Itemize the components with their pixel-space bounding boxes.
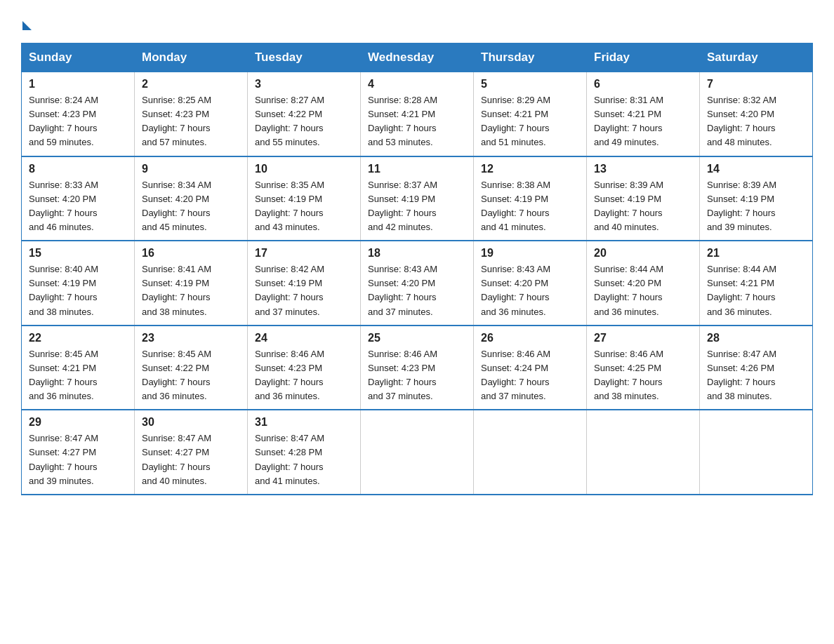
calendar-cell: 12Sunrise: 8:38 AMSunset: 4:19 PMDayligh… xyxy=(474,156,587,241)
calendar-cell: 1Sunrise: 8:24 AMSunset: 4:23 PMDaylight… xyxy=(22,72,135,156)
calendar-cell: 14Sunrise: 8:39 AMSunset: 4:19 PMDayligh… xyxy=(700,156,813,241)
day-info: Sunrise: 8:45 AMSunset: 4:21 PMDaylight:… xyxy=(29,349,98,401)
day-number: 21 xyxy=(707,247,805,260)
calendar-cell: 21Sunrise: 8:44 AMSunset: 4:21 PMDayligh… xyxy=(700,241,813,326)
day-info: Sunrise: 8:45 AMSunset: 4:22 PMDaylight:… xyxy=(142,349,211,401)
calendar-week-row: 15Sunrise: 8:40 AMSunset: 4:19 PMDayligh… xyxy=(22,241,813,326)
day-info: Sunrise: 8:44 AMSunset: 4:21 PMDaylight:… xyxy=(707,264,776,316)
day-info: Sunrise: 8:41 AMSunset: 4:19 PMDaylight:… xyxy=(142,264,211,316)
day-number: 15 xyxy=(29,247,127,260)
calendar-cell: 5Sunrise: 8:29 AMSunset: 4:21 PMDaylight… xyxy=(474,72,587,156)
calendar-cell: 7Sunrise: 8:32 AMSunset: 4:20 PMDaylight… xyxy=(700,72,813,156)
weekday-header-friday: Friday xyxy=(587,43,700,72)
calendar-cell: 27Sunrise: 8:46 AMSunset: 4:25 PMDayligh… xyxy=(587,326,700,410)
calendar-cell: 15Sunrise: 8:40 AMSunset: 4:19 PMDayligh… xyxy=(22,241,135,326)
logo-arrow-icon xyxy=(22,21,32,30)
calendar-cell: 18Sunrise: 8:43 AMSunset: 4:20 PMDayligh… xyxy=(361,241,474,326)
calendar-table: SundayMondayTuesdayWednesdayThursdayFrid… xyxy=(21,43,813,495)
calendar-cell: 23Sunrise: 8:45 AMSunset: 4:22 PMDayligh… xyxy=(135,326,248,410)
day-info: Sunrise: 8:27 AMSunset: 4:22 PMDaylight:… xyxy=(255,95,324,147)
day-info: Sunrise: 8:39 AMSunset: 4:19 PMDaylight:… xyxy=(594,180,663,232)
day-info: Sunrise: 8:46 AMSunset: 4:24 PMDaylight:… xyxy=(481,349,550,401)
day-number: 3 xyxy=(255,78,353,90)
day-number: 20 xyxy=(594,247,692,260)
day-number: 30 xyxy=(142,416,240,429)
day-info: Sunrise: 8:47 AMSunset: 4:27 PMDaylight:… xyxy=(29,433,98,485)
day-info: Sunrise: 8:31 AMSunset: 4:21 PMDaylight:… xyxy=(594,95,663,147)
day-number: 1 xyxy=(29,78,127,90)
day-number: 31 xyxy=(255,416,353,429)
day-number: 29 xyxy=(29,416,127,429)
day-info: Sunrise: 8:37 AMSunset: 4:19 PMDaylight:… xyxy=(368,180,437,232)
calendar-cell: 9Sunrise: 8:34 AMSunset: 4:20 PMDaylight… xyxy=(135,156,248,241)
day-info: Sunrise: 8:39 AMSunset: 4:19 PMDaylight:… xyxy=(707,180,776,232)
calendar-cell: 28Sunrise: 8:47 AMSunset: 4:26 PMDayligh… xyxy=(700,326,813,410)
calendar-cell: 8Sunrise: 8:33 AMSunset: 4:20 PMDaylight… xyxy=(22,156,135,241)
calendar-cell: 6Sunrise: 8:31 AMSunset: 4:21 PMDaylight… xyxy=(587,72,700,156)
calendar-cell: 3Sunrise: 8:27 AMSunset: 4:22 PMDaylight… xyxy=(248,72,361,156)
calendar-cell: 13Sunrise: 8:39 AMSunset: 4:19 PMDayligh… xyxy=(587,156,700,241)
day-info: Sunrise: 8:33 AMSunset: 4:20 PMDaylight:… xyxy=(29,180,98,232)
calendar-cell: 10Sunrise: 8:35 AMSunset: 4:19 PMDayligh… xyxy=(248,156,361,241)
calendar-cell: 26Sunrise: 8:46 AMSunset: 4:24 PMDayligh… xyxy=(474,326,587,410)
day-number: 14 xyxy=(707,163,805,175)
calendar-cell: 29Sunrise: 8:47 AMSunset: 4:27 PMDayligh… xyxy=(22,410,135,495)
day-number: 24 xyxy=(255,332,353,344)
day-number: 12 xyxy=(481,163,579,175)
calendar-cell: 30Sunrise: 8:47 AMSunset: 4:27 PMDayligh… xyxy=(135,410,248,495)
weekday-header-monday: Monday xyxy=(135,43,248,72)
day-number: 23 xyxy=(142,332,240,344)
weekday-header-tuesday: Tuesday xyxy=(248,43,361,72)
day-number: 17 xyxy=(255,247,353,260)
day-info: Sunrise: 8:32 AMSunset: 4:20 PMDaylight:… xyxy=(707,95,776,147)
day-number: 18 xyxy=(368,247,466,260)
calendar-cell: 17Sunrise: 8:42 AMSunset: 4:19 PMDayligh… xyxy=(248,241,361,326)
calendar-cell xyxy=(700,410,813,495)
calendar-cell xyxy=(361,410,474,495)
day-info: Sunrise: 8:42 AMSunset: 4:19 PMDaylight:… xyxy=(255,264,324,316)
day-info: Sunrise: 8:34 AMSunset: 4:20 PMDaylight:… xyxy=(142,180,211,232)
day-info: Sunrise: 8:25 AMSunset: 4:23 PMDaylight:… xyxy=(142,95,211,147)
day-info: Sunrise: 8:47 AMSunset: 4:27 PMDaylight:… xyxy=(142,433,211,485)
day-number: 27 xyxy=(594,332,692,344)
weekday-header-sunday: Sunday xyxy=(22,43,135,72)
day-number: 7 xyxy=(707,78,805,90)
day-info: Sunrise: 8:44 AMSunset: 4:20 PMDaylight:… xyxy=(594,264,663,316)
day-info: Sunrise: 8:43 AMSunset: 4:20 PMDaylight:… xyxy=(481,264,550,316)
calendar-cell: 22Sunrise: 8:45 AMSunset: 4:21 PMDayligh… xyxy=(22,326,135,410)
calendar-cell: 19Sunrise: 8:43 AMSunset: 4:20 PMDayligh… xyxy=(474,241,587,326)
day-info: Sunrise: 8:28 AMSunset: 4:21 PMDaylight:… xyxy=(368,95,437,147)
calendar-week-row: 22Sunrise: 8:45 AMSunset: 4:21 PMDayligh… xyxy=(22,326,813,410)
day-number: 19 xyxy=(481,247,579,260)
day-number: 25 xyxy=(368,332,466,344)
page-header xyxy=(21,14,813,30)
calendar-cell: 24Sunrise: 8:46 AMSunset: 4:23 PMDayligh… xyxy=(248,326,361,410)
weekday-header-row: SundayMondayTuesdayWednesdayThursdayFrid… xyxy=(22,43,813,72)
day-number: 26 xyxy=(481,332,579,344)
calendar-cell: 31Sunrise: 8:47 AMSunset: 4:28 PMDayligh… xyxy=(248,410,361,495)
day-info: Sunrise: 8:47 AMSunset: 4:26 PMDaylight:… xyxy=(707,349,776,401)
day-info: Sunrise: 8:35 AMSunset: 4:19 PMDaylight:… xyxy=(255,180,324,232)
day-number: 9 xyxy=(142,163,240,175)
calendar-cell: 11Sunrise: 8:37 AMSunset: 4:19 PMDayligh… xyxy=(361,156,474,241)
day-number: 8 xyxy=(29,163,127,175)
day-info: Sunrise: 8:46 AMSunset: 4:25 PMDaylight:… xyxy=(594,349,663,401)
calendar-cell: 4Sunrise: 8:28 AMSunset: 4:21 PMDaylight… xyxy=(361,72,474,156)
day-number: 10 xyxy=(255,163,353,175)
calendar-week-row: 1Sunrise: 8:24 AMSunset: 4:23 PMDaylight… xyxy=(22,72,813,156)
day-info: Sunrise: 8:24 AMSunset: 4:23 PMDaylight:… xyxy=(29,95,98,147)
day-number: 6 xyxy=(594,78,692,90)
calendar-cell: 2Sunrise: 8:25 AMSunset: 4:23 PMDaylight… xyxy=(135,72,248,156)
day-number: 13 xyxy=(594,163,692,175)
weekday-header-thursday: Thursday xyxy=(474,43,587,72)
day-number: 11 xyxy=(368,163,466,175)
calendar-week-row: 29Sunrise: 8:47 AMSunset: 4:27 PMDayligh… xyxy=(22,410,813,495)
day-info: Sunrise: 8:46 AMSunset: 4:23 PMDaylight:… xyxy=(368,349,437,401)
calendar-week-row: 8Sunrise: 8:33 AMSunset: 4:20 PMDaylight… xyxy=(22,156,813,241)
weekday-header-saturday: Saturday xyxy=(700,43,813,72)
calendar-cell xyxy=(587,410,700,495)
calendar-cell: 16Sunrise: 8:41 AMSunset: 4:19 PMDayligh… xyxy=(135,241,248,326)
day-number: 2 xyxy=(142,78,240,90)
day-number: 22 xyxy=(29,332,127,344)
day-info: Sunrise: 8:46 AMSunset: 4:23 PMDaylight:… xyxy=(255,349,324,401)
